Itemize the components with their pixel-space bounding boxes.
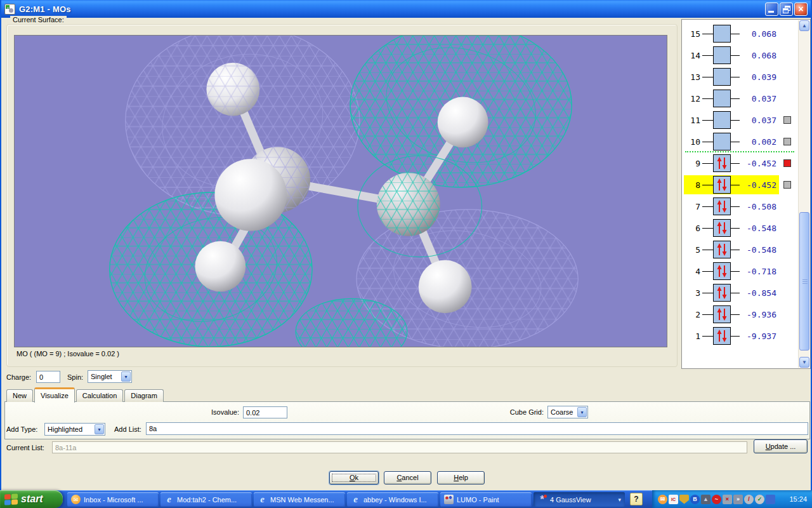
orbital-box-4[interactable] — [713, 262, 731, 280]
mo-row-8[interactable]: 8-0.452 — [683, 174, 797, 196]
orbital-box-6[interactable] — [713, 219, 731, 237]
orbital-box-1[interactable] — [713, 327, 731, 345]
mo-row-13[interactable]: 130.039 — [683, 66, 797, 88]
ie-icon: e — [258, 495, 267, 504]
display-icon[interactable] — [766, 495, 775, 504]
mo-number: 13 — [684, 72, 700, 82]
mo-checkbox-9[interactable] — [783, 159, 791, 167]
update-icon[interactable]: ✓ — [755, 495, 764, 504]
tab-visualize[interactable]: Visualize — [34, 387, 75, 403]
chevron-down-icon[interactable]: ▾ — [614, 497, 625, 503]
scroll-up-icon[interactable]: ▲ — [799, 20, 809, 31]
orbital-box-15[interactable] — [713, 25, 731, 43]
level-line — [702, 142, 713, 142]
title-bar[interactable]: G2:M1 - MOs × — [1, 0, 811, 18]
mo-number: 6 — [684, 224, 700, 233]
mo-row-9[interactable]: 9-0.452 — [683, 152, 797, 174]
minimize-icon — [768, 11, 774, 13]
ok-button[interactable]: Ok — [329, 471, 379, 485]
mo-checkbox-10[interactable] — [783, 138, 791, 145]
gaussview-icon: * — [537, 495, 547, 504]
launcher-icon[interactable]: ▲ — [701, 495, 710, 504]
mo-row-7[interactable]: 7-0.508 — [683, 196, 797, 217]
tab-new[interactable]: New — [6, 389, 33, 402]
mo-number: 3 — [684, 288, 700, 298]
antivirus-icon[interactable]: ~ — [712, 495, 721, 504]
orbital-box-11[interactable] — [713, 111, 731, 129]
mo-energy-value: -0.854 — [738, 288, 776, 298]
scrollbar-thumb[interactable] — [799, 212, 809, 351]
level-line — [702, 185, 713, 185]
blocked-icon[interactable]: / — [744, 495, 754, 504]
orbital-box-14[interactable] — [713, 46, 731, 64]
taskbar-button-0[interactable]: ✉Inbox - Microsoft ... — [67, 492, 159, 507]
mo-row-3[interactable]: 3-0.854 — [683, 282, 797, 304]
outlook-tray-icon[interactable]: ✉ — [658, 495, 667, 504]
mo-energy-value: 0.068 — [738, 51, 776, 60]
spin-select[interactable]: Singlet ▾ — [88, 370, 132, 383]
update-button[interactable]: Update ... — [754, 439, 808, 453]
help-tray-button[interactable]: ? — [630, 493, 643, 505]
mo-row-4[interactable]: 4-0.718 — [683, 260, 797, 282]
mo-scrollbar[interactable]: ▲ ▼ — [798, 20, 809, 368]
outlook-icon: ✉ — [71, 495, 81, 504]
mos-dialog-window: G2:M1 - MOs × Current Surface: — [0, 0, 812, 490]
mo-checkbox-11[interactable] — [783, 116, 791, 124]
cube-grid-select[interactable]: Coarse ▾ — [547, 406, 588, 418]
mo-row-1[interactable]: 1-9.937 — [683, 325, 797, 347]
taskbar-button-1[interactable]: eMod:tah2 - Chem... — [160, 492, 252, 507]
orbital-box-8[interactable] — [713, 176, 731, 194]
mo-row-14[interactable]: 140.068 — [683, 44, 797, 66]
chevron-down-icon[interactable]: ▾ — [121, 371, 131, 382]
orbital-box-13[interactable] — [713, 68, 731, 86]
paint-icon — [444, 495, 454, 504]
ie-icon: e — [351, 495, 360, 504]
tab-diagram[interactable]: Diagram — [124, 389, 164, 402]
mo-row-5[interactable]: 5-0.548 — [683, 239, 797, 260]
taskbar-button-2[interactable]: eMSN Web Messen... — [254, 492, 345, 507]
add-list-input[interactable] — [146, 422, 808, 435]
wireless-icon[interactable]: » — [733, 495, 743, 504]
restore-button[interactable] — [780, 3, 793, 16]
mo-number: 11 — [684, 116, 700, 125]
taskbar-button-3[interactable]: eabbey - Windows I... — [347, 492, 438, 507]
add-type-select[interactable]: Highlighted ▾ — [44, 423, 105, 436]
start-button[interactable]: start — [0, 490, 63, 508]
ie-icon: e — [164, 495, 174, 504]
chevron-down-icon[interactable]: ▾ — [95, 424, 104, 434]
add-list-label: Add List: — [114, 425, 141, 433]
close-button[interactable]: × — [794, 3, 808, 16]
orbital-box-5[interactable] — [713, 241, 731, 258]
orbital-box-7[interactable] — [713, 197, 731, 215]
chevron-down-icon[interactable]: ▾ — [577, 407, 587, 417]
mo-checkbox-8[interactable] — [783, 181, 791, 189]
mo-row-10[interactable]: 100.002 — [683, 131, 797, 152]
scroll-down-icon[interactable]: ▼ — [799, 357, 809, 368]
network-error-icon[interactable]: × — [723, 495, 732, 504]
bluetooth-icon[interactable]: B — [690, 495, 700, 504]
mo-row-2[interactable]: 2-9.936 — [683, 304, 797, 325]
mo-row-11[interactable]: 110.037 — [683, 109, 797, 131]
mo-row-15[interactable]: 150.068 — [683, 23, 797, 44]
charge-input[interactable] — [36, 371, 60, 383]
molecule-viewer[interactable] — [14, 35, 667, 347]
ic-vpn-icon[interactable]: IC — [669, 495, 678, 504]
isovalue-input[interactable] — [243, 406, 287, 418]
shield-icon[interactable] — [679, 495, 689, 504]
paired-electrons-icon — [714, 306, 730, 323]
mo-row-12[interactable]: 120.037 — [683, 88, 797, 109]
mo-energy-value: 0.039 — [738, 72, 776, 82]
mo-level-panel: 150.068140.068130.039120.037110.037100.0… — [681, 19, 811, 369]
minimize-button[interactable] — [765, 3, 778, 16]
taskbar-button-4[interactable]: LUMO - Paint — [440, 492, 532, 507]
mo-row-6[interactable]: 6-0.548 — [683, 217, 797, 239]
orbital-box-3[interactable] — [713, 284, 731, 302]
orbital-box-9[interactable] — [713, 154, 731, 172]
orbital-box-2[interactable] — [713, 305, 731, 323]
help-button[interactable]: Help — [437, 471, 485, 485]
cancel-button[interactable]: Cancel — [384, 471, 431, 485]
orbital-box-12[interactable] — [713, 90, 731, 107]
taskbar-button-5[interactable]: *4 GaussView▾ — [534, 492, 625, 507]
tab-calculation[interactable]: Calculation — [76, 389, 123, 402]
orbital-box-10[interactable] — [713, 133, 731, 150]
